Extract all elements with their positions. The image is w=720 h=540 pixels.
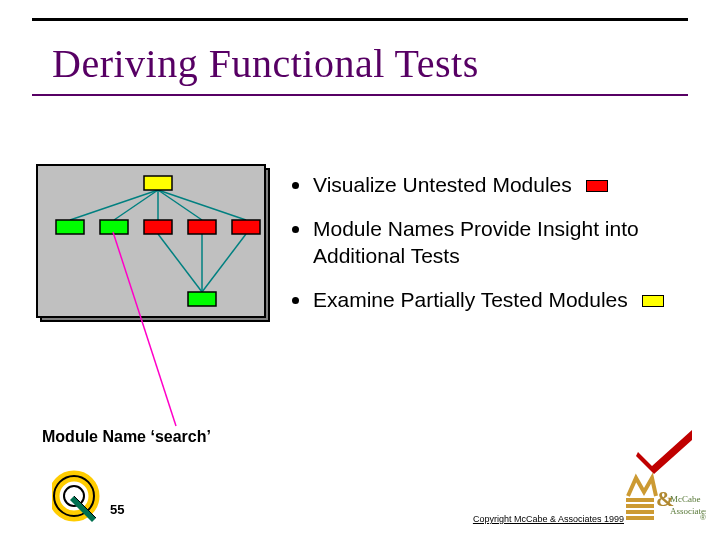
svg-line-7: [202, 234, 246, 292]
bullet-item: Examine Partially Tested Modules: [292, 287, 678, 313]
checkmark-icon: [634, 426, 696, 474]
svg-rect-12: [188, 220, 216, 234]
svg-text:McCabe: McCabe: [670, 494, 701, 504]
bullet-item: Module Names Provide Insight into Additi…: [292, 216, 678, 269]
legend-swatch-red: [586, 180, 608, 192]
svg-line-4: [158, 190, 246, 220]
title-underline: [32, 94, 688, 96]
annotation-label: Module Name ‘search’: [42, 428, 211, 446]
bullet-dot-icon: [292, 226, 299, 233]
bullet-dot-icon: [292, 297, 299, 304]
svg-rect-11: [144, 220, 172, 234]
bullet-item: Visualize Untested Modules: [292, 172, 678, 198]
legend-swatch-yellow: [642, 295, 664, 307]
svg-line-0: [70, 190, 158, 220]
bullet-label: Examine Partially Tested Modules: [313, 288, 628, 311]
svg-rect-19: [626, 498, 654, 502]
svg-line-5: [158, 234, 202, 292]
svg-line-3: [158, 190, 202, 220]
svg-rect-13: [232, 220, 260, 234]
q-logo-icon: [52, 470, 100, 522]
svg-rect-21: [626, 510, 654, 514]
copyright-text: Copyright McCabe & Associates 1999: [473, 514, 624, 524]
bullet-text: Examine Partially Tested Modules: [313, 287, 664, 313]
slide-number: 55: [110, 502, 124, 517]
mccabe-logo: & McCabe Associates ®: [626, 470, 706, 526]
svg-line-1: [114, 190, 158, 220]
top-rule: [32, 18, 688, 21]
svg-rect-10: [100, 220, 128, 234]
bullet-text: Module Names Provide Insight into Additi…: [313, 216, 678, 269]
svg-rect-20: [626, 504, 654, 508]
slide-title: Deriving Functional Tests: [52, 40, 479, 87]
svg-rect-9: [56, 220, 84, 234]
diagram-panel: [36, 164, 266, 318]
svg-rect-22: [626, 516, 654, 520]
svg-rect-14: [188, 292, 216, 306]
svg-rect-8: [144, 176, 172, 190]
module-diagram: [36, 164, 270, 324]
bullet-dot-icon: [292, 182, 299, 189]
bullet-label: Visualize Untested Modules: [313, 173, 572, 196]
svg-text:®: ®: [700, 513, 706, 522]
bullet-list: Visualize Untested Modules Module Names …: [292, 172, 678, 331]
bullet-text: Visualize Untested Modules: [313, 172, 608, 198]
diagram-graph: [38, 166, 264, 316]
